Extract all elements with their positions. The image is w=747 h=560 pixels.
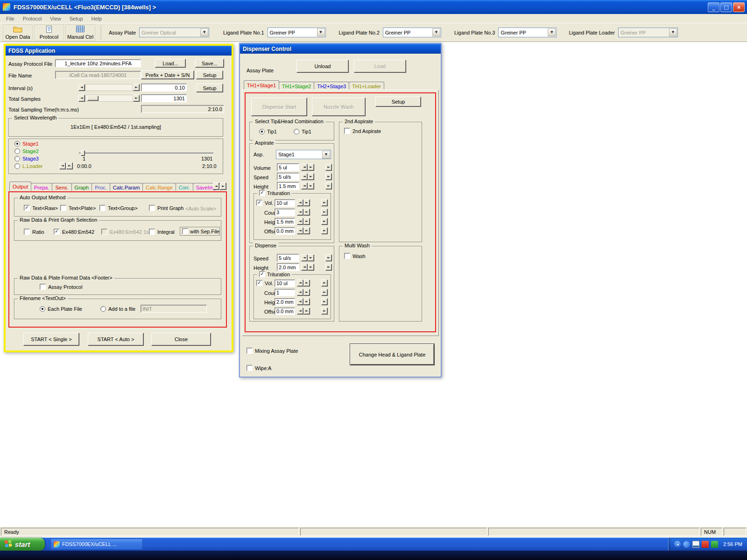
ligand-plate1-dropdown-button[interactable]: ▼ <box>317 28 325 36</box>
dispense-trit-count-spin-left-icon[interactable]: ◄ <box>297 289 303 296</box>
minimize-button[interactable]: _ <box>708 2 719 12</box>
fdss-titlebar[interactable]: FDSS Application <box>6 46 232 56</box>
tab-th2-stage3[interactable]: TH2+Stage3 <box>314 82 349 90</box>
ex480-checkbox-group[interactable]: ✓ Ex480:Em542 <box>54 229 94 235</box>
interval-field[interactable]: 0.10 <box>141 84 187 91</box>
dispense-trit-vol-field[interactable]: 10 ul <box>275 280 295 287</box>
sample-range-slider-thumb[interactable] <box>81 150 85 156</box>
wipe-checkbox-group[interactable]: Wipe:A <box>247 365 271 371</box>
wash-checkbox[interactable] <box>344 253 350 259</box>
stage1-radio[interactable] <box>14 141 20 147</box>
dispense-speed-step-icon[interactable]: ► <box>325 254 332 261</box>
close-button[interactable]: × <box>733 2 745 12</box>
text-raw-checkbox-group[interactable]: ✓ Text<Raw> <box>24 205 58 211</box>
aspirate-trit-vol-checkbox-group[interactable]: ✓ Vol. <box>256 200 273 206</box>
stage1-radio-group[interactable]: Stage1 <box>14 141 39 147</box>
dispense-trit-height-spin-left-icon[interactable]: ◄ <box>297 298 303 305</box>
dispense-trit-height-spin-right-icon[interactable]: ► <box>303 298 310 305</box>
loader-radio-group[interactable]: L.Loader <box>14 163 42 169</box>
aspirate-volume-spin-right-icon[interactable]: ► <box>308 164 314 171</box>
total-samples-scrollbar-thumb[interactable] <box>87 96 99 101</box>
dispense-trit-vol-checkbox[interactable]: ✓ <box>256 280 262 286</box>
text-plate-checkbox-group[interactable]: Text<Plate> <box>60 205 96 211</box>
add-to-file-radio-group[interactable]: Add to a file <box>100 306 135 312</box>
start-button[interactable]: start <box>0 538 45 551</box>
aspirate-trit-vol-spin-right-icon[interactable]: ► <box>303 199 310 206</box>
total-samples-scroll-right-icon[interactable]: ► <box>133 95 140 102</box>
aspirate-trit-height-spin-right-icon[interactable]: ► <box>303 218 310 225</box>
tip1-radio[interactable] <box>259 129 265 134</box>
save-button[interactable]: Save... <box>195 59 224 68</box>
menu-setup[interactable]: Setup <box>65 15 87 22</box>
interval-scroll-left-icon[interactable]: ◄ <box>78 84 85 91</box>
open-data-button[interactable]: Open Data <box>3 24 33 41</box>
tab-th1-stage2[interactable]: TH1+Stage2 <box>279 82 314 90</box>
integral-checkbox[interactable] <box>149 229 155 235</box>
aspirate-volume-field[interactable]: 5 ul <box>277 163 299 171</box>
unload-button[interactable]: Unload <box>296 60 349 73</box>
dispense-speed-spin-right-icon[interactable]: ► <box>308 254 314 261</box>
aspirate-trit-count-field[interactable]: 3 <box>275 209 295 216</box>
tab-scroll-left-icon[interactable]: ◄ <box>213 182 219 190</box>
ratio-checkbox[interactable] <box>24 229 30 235</box>
tab-calc-range[interactable]: Calc.Range <box>142 183 176 191</box>
ligand-plate3-combo[interactable]: Greiner PP ▼ <box>498 28 557 37</box>
aspirate-trit-offset-step-icon[interactable]: ► <box>321 227 328 234</box>
menu-view[interactable]: View <box>46 15 65 22</box>
tab-scroll-right-icon[interactable]: ► <box>220 182 226 190</box>
dispense-height-spin-left-icon[interactable]: ◄ <box>301 264 308 271</box>
stage2-radio-group[interactable]: Stage2 <box>14 148 39 154</box>
tray-collapse-icon[interactable] <box>674 541 681 547</box>
second-aspirate-checkbox-group[interactable]: 2nd Aspirate <box>344 128 381 134</box>
ratio-checkbox-group[interactable]: Ratio <box>24 229 44 235</box>
dispense-height-field[interactable]: 2.0 mm <box>277 263 299 271</box>
dispense-trituration-checkbox[interactable]: ✓ <box>259 271 265 277</box>
print-graph-checkbox[interactable] <box>149 205 155 211</box>
menu-help[interactable]: Help <box>87 15 106 22</box>
tray-network-icon[interactable] <box>683 541 690 548</box>
tray-display-icon[interactable] <box>692 541 699 548</box>
interval-setup-button[interactable]: Setup <box>196 84 223 92</box>
ligand-plate2-combo[interactable]: Greiner PP ▼ <box>383 28 441 37</box>
ligand-plate2-dropdown-button[interactable]: ▼ <box>432 28 440 36</box>
mixing-assay-plate-checkbox[interactable] <box>247 348 253 354</box>
tab-th1-loader[interactable]: TH1+Loader <box>349 82 384 90</box>
prefix-date-sn-button[interactable]: Prefix + Date + S/N <box>141 70 194 79</box>
dispense-trit-height-field[interactable]: 2.0 mm <box>275 298 295 306</box>
stage3-radio[interactable] <box>14 156 20 161</box>
each-plate-file-radio-group[interactable]: Each Plate File <box>40 306 82 312</box>
dispense-trit-height-step-icon[interactable]: ► <box>321 298 328 305</box>
aspirate-speed-spin-left-icon[interactable]: ◄ <box>301 173 308 180</box>
assay-protocol-checkbox-group[interactable]: Assay Protocol <box>40 284 82 290</box>
aspirate-trituration-checkbox[interactable]: ✓ <box>259 190 265 196</box>
filename-setup-button[interactable]: Setup <box>196 70 223 79</box>
aspirate-trit-height-step-icon[interactable]: ► <box>321 218 328 225</box>
start-auto-button[interactable]: START < Auto > <box>88 333 144 346</box>
tab-calc-param[interactable]: Calc.Param <box>110 183 143 191</box>
asp-dropdown-button[interactable]: ▼ <box>322 151 330 159</box>
dispense-trit-count-spin-right-icon[interactable]: ► <box>303 289 310 296</box>
with-sep-file-checkbox[interactable] <box>182 228 188 234</box>
ligand-plate1-combo[interactable]: Greiner PP ▼ <box>268 28 326 37</box>
aspirate-speed-spin-right-icon[interactable]: ► <box>308 173 314 180</box>
total-samples-scroll-left-icon[interactable]: ◄ <box>78 95 85 102</box>
tip2-radio[interactable] <box>294 129 299 134</box>
dispense-height-spin-right-icon[interactable]: ► <box>308 264 314 271</box>
assay-protocol-checkbox[interactable] <box>40 284 46 290</box>
taskbar-task-fdss[interactable]: FDSS7000EX/uCELL ... <box>50 539 143 550</box>
range-step-right-icon[interactable]: ► <box>66 162 73 169</box>
maximize-button[interactable]: □ <box>720 2 732 12</box>
dispense-trit-vol-checkbox-group[interactable]: ✓ Vol. <box>256 280 273 286</box>
dispenser-titlebar[interactable]: Dispenser Control <box>240 44 441 54</box>
tip2-radio-group[interactable]: Tip1 <box>294 129 311 134</box>
dispense-trit-offset-spin-right-icon[interactable]: ► <box>303 308 310 315</box>
manual-ctrl-button[interactable]: Manual Ctrl <box>65 24 95 41</box>
interval-scroll-right-icon[interactable]: ► <box>133 84 140 91</box>
second-aspirate-checkbox[interactable] <box>344 128 350 134</box>
dispense-trit-count-field[interactable]: 1 <box>275 289 295 296</box>
dispense-trit-vol-step-icon[interactable]: ► <box>321 280 328 287</box>
stage2-radio[interactable] <box>14 148 20 154</box>
load-button[interactable]: Load... <box>155 59 186 68</box>
tab-output[interactable]: Output <box>9 182 31 191</box>
dispense-trit-vol-spin-right-icon[interactable]: ► <box>303 280 310 287</box>
